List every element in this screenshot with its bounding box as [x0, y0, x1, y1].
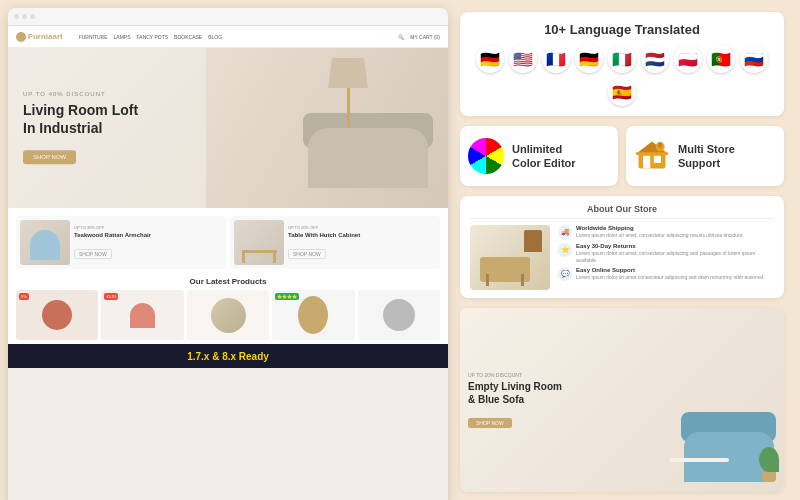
bottom-hero-section: UP TO 20% DISCOUNT Empty Living Room & B…: [460, 308, 784, 492]
nav-links: FURNITURE LAMPS FANCY POTS BOOKCASE BLOG: [79, 34, 222, 40]
multistore-text: Multi Store Support: [678, 142, 735, 171]
multistore-title: Multi Store Support: [678, 142, 735, 171]
features-row: Unlimited Color Editor: [460, 126, 784, 186]
latest-products-section: Our Latest Products 9% €5.99 ⭐⭐⭐⭐: [8, 273, 448, 344]
nav-right: 🔍 MY CART (0): [398, 34, 440, 40]
bottom-bar: 1.7.x & 8.x Ready: [8, 344, 448, 368]
bottom-bar-text: 1.7.x & 8.x Ready: [187, 351, 269, 362]
plant-leaves: [759, 447, 779, 472]
products-row: UP TO 30% OFF Teakwood Rattan Armchair S…: [8, 208, 448, 273]
hero-title-line1: Living Room Loft: [23, 102, 138, 118]
lamp-shape: [328, 58, 368, 128]
support-title: Easy Online Support: [576, 267, 774, 273]
product-shop-1[interactable]: SHOP NOW: [74, 249, 112, 259]
about-content: 🚚 Worldwide Shipping Lorem ipsum dolor s…: [470, 225, 774, 290]
color-editor-text: Unlimited Color Editor: [512, 142, 576, 171]
table-leg-left: [242, 253, 245, 263]
bottom-bar-version: 1.7.x & 8.x Ready: [187, 351, 269, 362]
flag-it: 🇮🇹: [608, 45, 636, 73]
color-editor-feature: Unlimited Color Editor: [460, 126, 618, 186]
store-icon: [634, 136, 670, 176]
bottom-hero-text: UP TO 20% DISCOUNT Empty Living Room & B…: [468, 372, 562, 429]
bottom-shop-button[interactable]: SHOP NOW: [468, 418, 512, 428]
language-section: 10+ Language Translated 🇩🇪 🇺🇸 🇫🇷 🇩🇪 🇮🇹 🇳…: [460, 12, 784, 116]
browser-dot-yellow: [22, 14, 27, 19]
color-editor-title: Unlimited Color Editor: [512, 142, 576, 171]
flag-us: 🇺🇸: [509, 45, 537, 73]
bottom-hero-title: Empty Living Room & Blue Sofa: [468, 380, 562, 406]
table-leg-right: [273, 253, 276, 263]
about-section: About Our Store 🚚 Worldwide Shipping Lor…: [460, 196, 784, 298]
plant-pot: [762, 472, 776, 482]
store-svg: [634, 136, 670, 172]
hero-section: UP TO 40% DISCOUNT Living Room Loft In I…: [8, 48, 448, 208]
product-name-2: Table With Hutch Cabinet: [288, 232, 436, 240]
shipping-icon: 🚚: [558, 225, 572, 239]
flag-pl: 🇵🇱: [674, 45, 702, 73]
latest-grid: 9% €5.99 ⭐⭐⭐⭐: [16, 290, 440, 340]
right-panel: 10+ Language Translated 🇩🇪 🇺🇸 🇫🇷 🇩🇪 🇮🇹 🇳…: [456, 0, 796, 500]
hero-image: [206, 48, 448, 208]
browser-bar: [8, 8, 448, 26]
multistore-line1: Multi Store: [678, 143, 735, 155]
product-image-2: [234, 220, 284, 265]
desk-shape: [480, 257, 530, 282]
nav-link-furniture: FURNITURE: [79, 34, 108, 40]
latest-products-title: Our Latest Products: [16, 277, 440, 286]
bottom-sofa-area: [622, 308, 784, 492]
mock-logo: Furniaart: [16, 32, 63, 42]
hero-title: Living Room Loft In Industrial: [23, 101, 138, 137]
logo-text: Furniaart: [28, 32, 63, 41]
latest-item-1: 9%: [16, 290, 98, 340]
latest-item-3: [187, 290, 269, 340]
color-editor-line2: Color Editor: [512, 157, 576, 169]
item-img-5: [383, 299, 415, 331]
nav-search-icon: 🔍: [398, 34, 404, 40]
returns-text: Easy 30-Day Returns Lorem ipsum dolor si…: [576, 243, 774, 263]
flag-ru: 🇷🇺: [740, 45, 768, 73]
hero-title-line2: In Industrial: [23, 121, 102, 137]
browser-dot-red: [14, 14, 19, 19]
about-store-image: [470, 225, 550, 290]
nav-link-lamps: LAMPS: [114, 34, 131, 40]
about-item-shipping: 🚚 Worldwide Shipping Lorem ipsum dolor s…: [558, 225, 774, 239]
product-info-2: UP TO 20% OFF Table With Hutch Cabinet S…: [288, 225, 436, 261]
svg-rect-6: [658, 142, 662, 147]
hero-shop-button[interactable]: SHOP NOW: [23, 151, 76, 165]
latest-item-5: [358, 290, 440, 340]
desk-leg-left: [486, 274, 489, 286]
bottom-title-line1: Empty Living Room: [468, 381, 562, 392]
product-image-1: [20, 220, 70, 265]
desk-leg-right: [521, 274, 524, 286]
returns-title: Easy 30-Day Returns: [576, 243, 774, 249]
language-flags: 🇩🇪 🇺🇸 🇫🇷 🇩🇪 🇮🇹 🇳🇱 🇵🇱 🇵🇹 🇷🇺 🇪🇸: [472, 45, 772, 106]
returns-icon: ⭐: [558, 243, 572, 257]
support-desc: Lorem ipsum dolor sit amet consectetur a…: [576, 274, 774, 281]
nav-link-blog: BLOG: [208, 34, 222, 40]
bottom-discount-label: UP TO 20% DISCOUNT: [468, 372, 562, 378]
about-title: About Our Store: [470, 204, 774, 219]
sofa-shape: [308, 128, 428, 188]
color-wheel-icon: [468, 138, 504, 174]
item-badge-4: ⭐⭐⭐⭐: [275, 293, 299, 300]
item-img-1: [42, 300, 72, 330]
flag-nl: 🇳🇱: [641, 45, 669, 73]
chair-shape: [30, 230, 60, 260]
svg-rect-2: [654, 156, 661, 163]
website-mockup: Furniaart FURNITURE LAMPS FANCY POTS BOO…: [8, 8, 448, 500]
mock-navbar: Furniaart FURNITURE LAMPS FANCY POTS BOO…: [8, 26, 448, 48]
hero-content: UP TO 40% DISCOUNT Living Room Loft In I…: [23, 91, 138, 164]
item-badge-2: €5.99: [104, 293, 118, 300]
shipping-desc: Lorem ipsum dolor sit amet, consectetur …: [576, 232, 774, 239]
svg-rect-4: [636, 152, 668, 155]
nav-link-bookcase: BOOKCASE: [174, 34, 202, 40]
side-table: [669, 458, 729, 462]
product-badge-1: UP TO 30% OFF: [74, 225, 222, 230]
bottom-title-line2: & Blue Sofa: [468, 394, 524, 405]
flag-fr: 🇫🇷: [542, 45, 570, 73]
item-badge-1: 9%: [19, 293, 29, 300]
flag-es: 🇪🇸: [608, 78, 636, 106]
nav-cart: MY CART (0): [410, 34, 440, 40]
product-shop-2[interactable]: SHOP NOW: [288, 249, 326, 259]
flag-de: 🇩🇪: [476, 45, 504, 73]
